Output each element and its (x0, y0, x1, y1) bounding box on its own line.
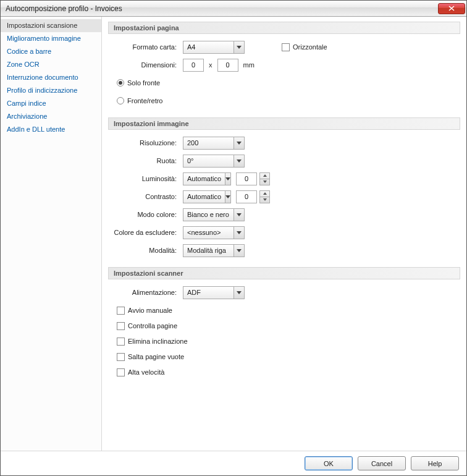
chevron-up-icon (260, 173, 269, 179)
high-speed-checkbox[interactable] (117, 368, 125, 376)
brightness-select[interactable]: Automatico (183, 172, 231, 185)
titlebar: Autocomposizione profilo - Invoices (1, 1, 466, 17)
content: Impostazioni pagina Formato carta: A4 Or… (102, 17, 466, 451)
chevron-down-icon (233, 41, 244, 53)
chevron-down-icon (233, 245, 244, 257)
close-button[interactable] (438, 3, 465, 14)
resolution-select[interactable]: 200 (183, 137, 245, 150)
duplex-label: Fronte/retro (127, 97, 162, 104)
section-page-title: Impostazioni pagina (108, 22, 460, 34)
brightness-label: Luminosità: (112, 175, 183, 182)
contrast-label: Contrasto: (112, 193, 183, 200)
landscape-checkbox[interactable] (282, 43, 290, 51)
sidebar-item-doc-break[interactable]: Interruzione documento (1, 71, 101, 84)
sidebar-item-ocr-zones[interactable]: Zone OCR (1, 58, 101, 71)
section-scanner-title: Impostazioni scanner (108, 267, 460, 279)
section-image: Risoluzione: 200 Ruota: 0° Luminosità: (108, 130, 460, 266)
rotate-select[interactable]: 0° (183, 155, 245, 168)
chevron-down-icon (260, 197, 269, 203)
sidebar-item-archiving[interactable]: Archiviazione (1, 110, 101, 123)
section-scanner: Alimentazione: ADF Avvio manuale Control… (108, 279, 460, 388)
contrast-stepper[interactable] (259, 190, 270, 203)
brightness-input[interactable]: 0 (236, 172, 257, 185)
high-speed-label: Alta velocità (128, 368, 164, 376)
dimensions-label: Dimensioni: (112, 61, 183, 69)
chevron-down-icon (233, 137, 244, 149)
feed-select[interactable]: ADF (183, 286, 245, 299)
contrast-select[interactable]: Automatico (183, 190, 231, 203)
dim-width-input[interactable]: 0 (183, 59, 204, 72)
duplex-radio[interactable] (117, 97, 124, 104)
sidebar-item-index-profile[interactable]: Profilo di indicizzazione (1, 84, 101, 97)
window-title: Autocomposizione profilo - Invoices (6, 4, 438, 13)
ok-button[interactable]: OK (305, 456, 353, 470)
contrast-input[interactable]: 0 (236, 190, 257, 203)
mode-select[interactable]: Modalità riga (183, 244, 245, 257)
chevron-down-icon (233, 227, 244, 239)
sidebar-item-barcode[interactable]: Codice a barre (1, 45, 101, 58)
dropout-select[interactable]: <nessuno> (183, 226, 245, 239)
chevron-down-icon (233, 209, 244, 221)
resolution-label: Risoluzione: (112, 139, 183, 147)
skip-blank-label: Salta pagine vuote (128, 353, 184, 360)
footer: OK Cancel Help (1, 451, 466, 475)
help-button[interactable]: Help (411, 456, 459, 470)
chevron-down-icon (225, 173, 230, 185)
front-only-label: Solo fronte (127, 79, 160, 87)
chevron-down-icon (225, 191, 230, 203)
check-pages-label: Controlla pagine (128, 322, 177, 329)
rotate-label: Ruota: (112, 157, 183, 164)
chevron-down-icon (233, 155, 244, 167)
section-image-title: Impostazioni immagine (108, 117, 460, 130)
dropout-label: Colore da escludere: (112, 229, 183, 236)
mode-label: Modalità: (112, 247, 183, 254)
sidebar-item-image-enhance[interactable]: Miglioramento immagine (1, 32, 101, 45)
body: Impostazioni scansione Miglioramento imm… (1, 17, 466, 451)
colormode-select[interactable]: Bianco e nero (183, 208, 245, 221)
colormode-label: Modo colore: (112, 211, 183, 218)
window: Autocomposizione profilo - Invoices Impo… (0, 0, 467, 476)
chevron-up-icon (260, 191, 269, 197)
sidebar-item-scan-settings[interactable]: Impostazioni scansione (1, 19, 101, 32)
skip-blank-checkbox[interactable] (117, 353, 125, 361)
sidebar: Impostazioni scansione Miglioramento imm… (1, 17, 102, 451)
deskew-checkbox[interactable] (117, 338, 125, 346)
dim-times: x (209, 61, 212, 69)
landscape-label: Orizzontale (293, 43, 327, 51)
paper-format-label: Formato carta: (112, 43, 183, 51)
dim-unit: mm (243, 61, 255, 69)
manual-start-label: Avvio manuale (128, 307, 172, 314)
section-page: Formato carta: A4 Orizzontale Dimensioni… (108, 34, 460, 116)
chevron-down-icon (233, 287, 244, 299)
sidebar-item-index-fields[interactable]: Campi indice (1, 97, 101, 110)
dim-height-input[interactable]: 0 (217, 59, 238, 72)
brightness-stepper[interactable] (259, 172, 270, 185)
deskew-label: Elimina inclinazione (128, 338, 188, 345)
check-pages-checkbox[interactable] (117, 322, 125, 330)
chevron-down-icon (260, 179, 269, 185)
feed-label: Alimentazione: (112, 289, 183, 296)
cancel-button[interactable]: Cancel (358, 456, 406, 470)
manual-start-checkbox[interactable] (117, 307, 125, 315)
front-only-radio[interactable] (117, 79, 124, 87)
close-icon (448, 6, 455, 11)
sidebar-item-addins[interactable]: AddIn e DLL utente (1, 123, 101, 136)
paper-format-select[interactable]: A4 (183, 41, 245, 54)
